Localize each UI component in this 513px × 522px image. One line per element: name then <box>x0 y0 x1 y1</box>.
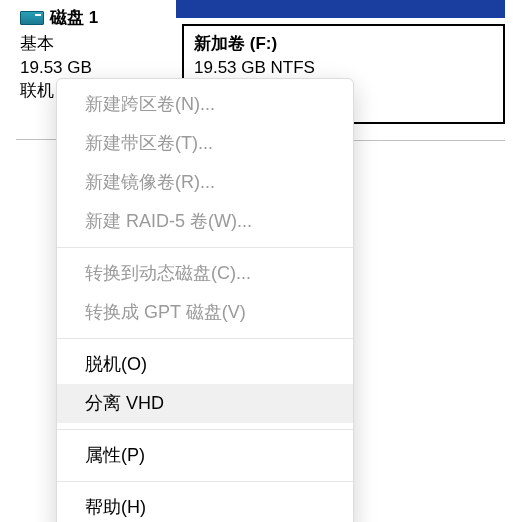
menu-new-striped-volume[interactable]: 新建带区卷(T)... <box>57 124 353 163</box>
menu-separator <box>57 429 353 430</box>
menu-new-spanned-volume[interactable]: 新建跨区卷(N)... <box>57 85 353 124</box>
menu-new-mirrored-volume[interactable]: 新建镜像卷(R)... <box>57 163 353 202</box>
menu-convert-dynamic-disk[interactable]: 转换到动态磁盘(C)... <box>57 254 353 293</box>
disk-title: 磁盘 1 <box>50 6 98 30</box>
menu-offline[interactable]: 脱机(O) <box>57 345 353 384</box>
menu-help[interactable]: 帮助(H) <box>57 488 353 522</box>
menu-new-raid5-volume[interactable]: 新建 RAID-5 卷(W)... <box>57 202 353 241</box>
menu-convert-gpt-disk[interactable]: 转换成 GPT 磁盘(V) <box>57 293 353 332</box>
volume-name: 新加卷 (F:) <box>194 32 493 56</box>
menu-separator <box>57 481 353 482</box>
disk-context-menu: 新建跨区卷(N)... 新建带区卷(T)... 新建镜像卷(R)... 新建 R… <box>56 78 354 522</box>
disk-capacity: 19.53 GB <box>20 56 172 80</box>
disk-management-window: 磁盘 1 基本 19.53 GB 联机 新加卷 (F:) 19.53 GB NT… <box>0 0 513 522</box>
disk-type: 基本 <box>20 32 172 56</box>
menu-detach-vhd[interactable]: 分离 VHD <box>57 384 353 423</box>
volume-details: 19.53 GB NTFS <box>194 56 493 80</box>
volume-header-bar <box>176 0 505 18</box>
disk-icon <box>20 11 44 25</box>
disk-title-row: 磁盘 1 <box>20 6 172 30</box>
menu-properties[interactable]: 属性(P) <box>57 436 353 475</box>
menu-separator <box>57 338 353 339</box>
menu-separator <box>57 247 353 248</box>
